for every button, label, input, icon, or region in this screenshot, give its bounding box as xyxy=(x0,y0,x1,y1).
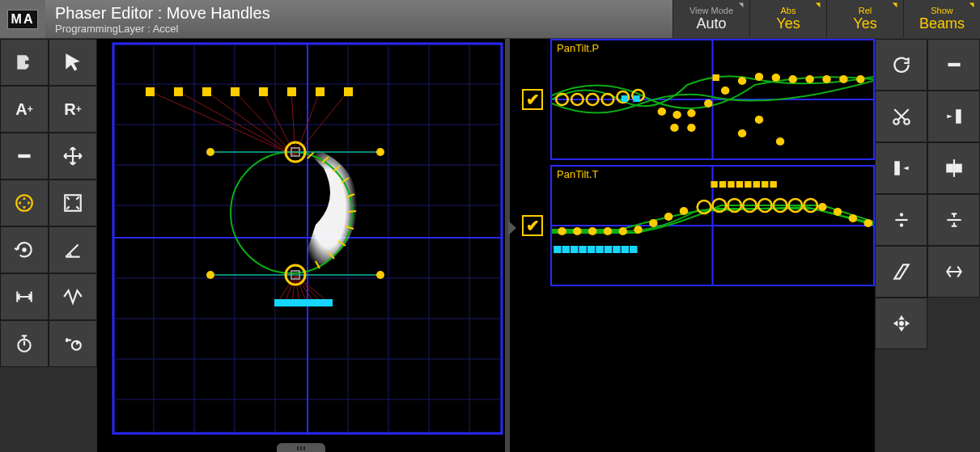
bottom-splitter-handle[interactable] xyxy=(277,443,325,452)
pan-icon[interactable] xyxy=(875,298,927,349)
svg-point-98 xyxy=(856,75,864,83)
minus-icon[interactable] xyxy=(0,133,49,180)
puzzle-icon[interactable] xyxy=(0,39,49,86)
svg-rect-70 xyxy=(303,299,311,306)
app-logo[interactable]: MA xyxy=(0,0,45,38)
expand-icon[interactable] xyxy=(49,180,97,226)
svg-point-124 xyxy=(664,213,672,221)
svg-rect-154 xyxy=(895,219,907,221)
align-center-icon[interactable] xyxy=(927,142,980,194)
svg-rect-144 xyxy=(605,246,612,253)
showbeams-value: Beams xyxy=(919,15,965,32)
pan-track-canvas[interactable]: PanTilt.P xyxy=(550,39,875,160)
svg-point-122 xyxy=(634,226,642,234)
svg-point-97 xyxy=(839,75,847,83)
svg-rect-36 xyxy=(231,87,240,96)
svg-point-88 xyxy=(687,109,695,117)
title-area: Phaser Editor : Move Handles Programming… xyxy=(45,0,672,38)
viewmode-button[interactable]: View Mode Auto xyxy=(672,0,749,38)
svg-rect-104 xyxy=(713,74,719,81)
timer-icon[interactable] xyxy=(0,320,49,367)
abs-button[interactable]: Abs Yes xyxy=(749,0,826,38)
minus2-icon[interactable] xyxy=(927,39,980,91)
svg-point-95 xyxy=(805,75,813,83)
showbeams-button[interactable]: Show Beams xyxy=(903,0,980,38)
svg-rect-140 xyxy=(571,246,578,253)
flip-icon[interactable] xyxy=(927,246,980,298)
r-plus-icon[interactable]: R+ xyxy=(49,86,97,133)
svg-rect-72 xyxy=(318,299,325,306)
height-icon[interactable] xyxy=(927,194,980,246)
left-toolbar: A+ R+ xyxy=(0,39,97,452)
pan-track-label: PanTilt.P xyxy=(557,42,599,54)
divide-icon[interactable] xyxy=(875,194,927,246)
viewmode-value: Auto xyxy=(696,15,726,32)
rel-button[interactable]: Rel Yes xyxy=(826,0,903,38)
skew-icon[interactable] xyxy=(875,246,927,298)
angle-icon[interactable] xyxy=(49,226,97,273)
svg-point-125 xyxy=(680,207,688,215)
svg-rect-111 xyxy=(728,181,734,188)
svg-point-3 xyxy=(23,248,25,251)
svg-point-94 xyxy=(789,75,797,83)
svg-rect-105 xyxy=(622,95,628,102)
insert-icon[interactable] xyxy=(927,91,980,142)
svg-rect-73 xyxy=(325,299,333,306)
svg-rect-141 xyxy=(579,246,586,253)
vertical-splitter-handle[interactable] xyxy=(508,221,516,235)
svg-point-103 xyxy=(776,137,784,146)
svg-line-26 xyxy=(178,91,295,156)
move-icon[interactable] xyxy=(49,133,97,180)
svg-rect-69 xyxy=(296,299,303,306)
main-2d-canvas[interactable] xyxy=(97,39,510,452)
svg-point-55 xyxy=(376,148,384,156)
rotate-icon[interactable] xyxy=(0,226,49,273)
svg-point-155 xyxy=(899,213,902,216)
paste-icon[interactable] xyxy=(875,142,927,194)
svg-rect-138 xyxy=(554,246,561,253)
svg-point-99 xyxy=(670,124,678,132)
svg-point-87 xyxy=(672,111,681,119)
svg-rect-142 xyxy=(588,246,595,253)
svg-rect-71 xyxy=(311,299,318,306)
width-icon[interactable] xyxy=(0,273,49,320)
target-icon[interactable] xyxy=(0,180,49,226)
svg-line-29 xyxy=(263,91,295,156)
svg-rect-153 xyxy=(956,165,961,172)
showbeams-label: Show xyxy=(931,6,953,15)
svg-point-91 xyxy=(738,77,746,85)
tilt-track-canvas[interactable]: PanTilt.T xyxy=(550,165,875,286)
svg-rect-145 xyxy=(613,246,620,253)
svg-point-156 xyxy=(899,223,902,226)
wave-icon[interactable] xyxy=(49,273,97,320)
svg-point-126 xyxy=(818,203,826,211)
svg-point-123 xyxy=(649,219,657,227)
svg-line-65 xyxy=(295,275,329,302)
svg-rect-39 xyxy=(316,87,325,96)
svg-point-57 xyxy=(376,271,384,279)
svg-rect-38 xyxy=(287,87,296,96)
svg-rect-109 xyxy=(711,181,717,188)
svg-line-30 xyxy=(291,91,295,156)
svg-rect-116 xyxy=(770,181,777,188)
svg-point-93 xyxy=(772,74,780,82)
rel-value: Yes xyxy=(853,15,876,32)
svg-rect-0 xyxy=(18,154,30,158)
cut-icon[interactable] xyxy=(875,91,927,142)
svg-point-96 xyxy=(822,75,830,83)
abs-label: Abs xyxy=(781,6,796,15)
cursor-icon[interactable] xyxy=(49,39,97,86)
svg-point-100 xyxy=(687,124,695,132)
svg-point-56 xyxy=(206,271,214,279)
svg-point-117 xyxy=(558,227,566,235)
svg-rect-66 xyxy=(274,299,282,306)
svg-rect-110 xyxy=(719,181,726,188)
right-toolbar xyxy=(875,39,980,452)
rel-label: Rel xyxy=(859,6,872,15)
tilt-track-checkbox[interactable]: ✔ xyxy=(522,215,543,236)
pan-track-checkbox[interactable]: ✔ xyxy=(522,89,543,110)
cycle-icon[interactable] xyxy=(49,320,97,367)
refresh-icon[interactable] xyxy=(875,39,927,91)
svg-rect-34 xyxy=(174,87,183,96)
a-plus-icon[interactable]: A+ xyxy=(0,86,49,133)
